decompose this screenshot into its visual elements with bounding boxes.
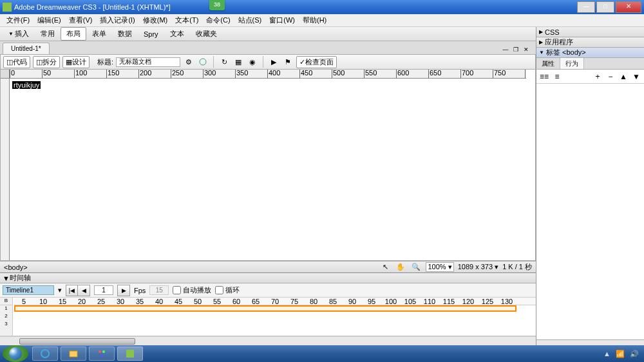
timeline-panel: ▼时间轴 ▾ |◀ ◀ ▶ Fps 自动播放 循环 B 510152025303… (0, 272, 536, 345)
design-canvas[interactable]: rtyuikjuy (10, 79, 526, 260)
tag-panel-header[interactable]: ▼标签 <body> (536, 48, 644, 58)
tag-selector[interactable]: <body> (4, 263, 28, 271)
insert-tab-text[interactable]: 文本 (164, 27, 190, 41)
minimize-button[interactable]: — (577, 1, 595, 13)
system-tray[interactable]: ▲ 📶 🔊 (603, 350, 644, 358)
taskbar-paint[interactable] (89, 347, 115, 361)
vertical-ruler (1, 79, 10, 260)
start-button[interactable] (3, 345, 28, 362)
browser-check-icon[interactable]: ⚙ (183, 56, 194, 68)
horizontal-ruler: 0501001502002503003504004505005506006507… (10, 70, 526, 79)
insert-tab-layout[interactable]: 布局 (61, 27, 86, 41)
window-title: Adobe Dreamweaver CS3 - [Untitled-1 (XHT… (14, 3, 576, 11)
windows-taskbar: ▲ 📶 🔊 (0, 345, 644, 362)
doc-restore-icon[interactable]: ❐ (511, 46, 520, 54)
svg-rect-11 (126, 350, 134, 357)
right-panel-group: ▶CSS ▶应用程序 ▼标签 <body> 属性 行为 ≡≡ ≡ + − ▲ ▼ (536, 27, 644, 345)
app-panel-header[interactable]: ▶应用程序 (536, 37, 644, 48)
menu-text[interactable]: 文本(T) (171, 15, 202, 25)
timeline-scrollbar[interactable] (0, 336, 536, 345)
rewind-button[interactable]: |◀ (66, 285, 78, 296)
selected-text[interactable]: rtyuikjuy (12, 81, 41, 89)
css-panel-header[interactable]: ▶CSS (536, 27, 644, 37)
forward-button[interactable]: ▶ (118, 285, 129, 296)
menu-commands[interactable]: 命令(C) (202, 15, 234, 25)
tray-sound-icon[interactable]: 🔊 (630, 350, 639, 358)
ruler-corner (1, 70, 10, 79)
behaviors-tab[interactable]: 行为 (560, 58, 584, 69)
app-icon (3, 3, 12, 12)
taskbar-explorer[interactable] (61, 347, 86, 361)
insert-tab-data[interactable]: 数据 (112, 27, 138, 41)
split-view-button[interactable]: ◫拆分 (33, 56, 60, 68)
menu-modify[interactable]: 修改(M) (139, 15, 172, 25)
add-behavior-icon[interactable]: + (592, 71, 603, 82)
up-icon[interactable]: ▲ (618, 71, 629, 82)
document-toolbar: ◫代码 ◫拆分 ▦设计 标题: ⚙ ↻ ▦ ◉ ▶ ⚑ ✓检查页面 (0, 54, 536, 70)
timeline-name-select[interactable] (3, 285, 54, 295)
design-view: 0501001502002503003504004505005506006507… (0, 70, 536, 261)
check-page-button[interactable]: ✓检查页面 (296, 56, 337, 68)
menu-bar: 文件(F) 编辑(E) 查看(V) 插入记录(I) 修改(M) 文本(T) 命令… (0, 14, 644, 27)
taskbar-dreamweaver[interactable] (117, 347, 143, 361)
menu-edit[interactable]: 编辑(E) (33, 15, 65, 25)
code-view-button[interactable]: ◫代码 (3, 56, 30, 68)
taskbar-ie[interactable] (32, 347, 58, 361)
preview-icon[interactable]: ▶ (268, 56, 279, 68)
menu-site[interactable]: 站点(S) (234, 15, 266, 25)
frame-input[interactable] (94, 285, 113, 295)
file-mgmt-icon[interactable]: ⚑ (282, 56, 294, 68)
show-set-icon[interactable]: ≡≡ (539, 71, 549, 82)
view-options-icon[interactable]: ▦ (232, 56, 244, 68)
autoplay-checkbox[interactable]: 自动播放 (173, 285, 211, 295)
down-icon[interactable]: ▼ (631, 71, 641, 82)
zoom-select[interactable]: 100% ▾ (426, 262, 453, 272)
behaviors-panel: ≡≡ ≡ + − ▲ ▼ (536, 70, 644, 340)
refresh-icon[interactable]: ↻ (218, 56, 230, 68)
insert-tab-common[interactable]: 常用 (35, 27, 61, 41)
tray-network-icon[interactable]: 📶 (616, 350, 625, 358)
loop-checkbox[interactable]: 循环 (215, 285, 240, 295)
menu-insert[interactable]: 插入记录(I) (96, 15, 138, 25)
timeline-nav: |◀ ◀ (66, 285, 90, 296)
svg-point-6 (41, 350, 49, 357)
remove-behavior-icon[interactable]: − (605, 71, 616, 82)
notification-badge[interactable]: 38 (209, 0, 225, 10)
timeline-tracks[interactable]: B 51015202530354045505560657075808590951… (0, 298, 536, 336)
doc-minimize-icon[interactable]: — (501, 46, 510, 54)
menu-file[interactable]: 文件(F) (3, 15, 33, 25)
doc-size: 1 K / 1 秒 (502, 262, 532, 272)
document-tab[interactable]: Untitled-1* (3, 43, 50, 54)
timeline-selection[interactable] (14, 305, 516, 312)
props-tab[interactable]: 属性 (536, 58, 560, 69)
menu-window[interactable]: 窗口(W) (265, 15, 299, 25)
timeline-controls: ▾ |◀ ◀ ▶ Fps 自动播放 循环 (0, 283, 536, 298)
insert-tab-spry[interactable]: Spry (138, 28, 164, 40)
insert-header[interactable]: ▼插入 (3, 27, 35, 41)
insert-tab-fav[interactable]: 收藏夹 (190, 27, 223, 41)
design-view-button[interactable]: ▦设计 (62, 56, 90, 68)
status-bar: <body> ↖ ✋ 🔍 100% ▾ 1089 x 373 ▾ 1 K / 1… (0, 261, 536, 272)
select-tool-icon[interactable]: ↖ (379, 262, 391, 273)
maximize-button[interactable]: □ (596, 1, 614, 13)
scrollbar-thumb[interactable] (19, 338, 135, 345)
fps-input (149, 285, 169, 295)
tray-icon[interactable]: ▲ (603, 350, 611, 357)
document-tabs: Untitled-1* — ❐ ✕ (0, 41, 536, 54)
title-input[interactable] (116, 57, 180, 67)
globe-icon[interactable] (197, 56, 209, 68)
visual-aids-icon[interactable]: ◉ (247, 56, 258, 68)
hand-tool-icon[interactable]: ✋ (395, 262, 406, 273)
show-all-icon[interactable]: ≡ (552, 71, 562, 82)
timeline-header[interactable]: ▼时间轴 (0, 273, 536, 283)
menu-view[interactable]: 查看(V) (65, 15, 97, 25)
back-button[interactable]: ◀ (78, 285, 90, 296)
window-size[interactable]: 1089 x 373 ▾ (458, 263, 499, 271)
menu-help[interactable]: 帮助(H) (299, 15, 330, 25)
zoom-tool-icon[interactable]: 🔍 (410, 262, 422, 273)
close-button[interactable]: ✕ (616, 1, 641, 13)
insert-tab-form[interactable]: 表单 (86, 27, 112, 41)
timeline-row-numbers: 1 2 3 (0, 305, 13, 336)
svg-rect-7 (70, 351, 77, 357)
doc-close-icon[interactable]: ✕ (522, 46, 531, 54)
